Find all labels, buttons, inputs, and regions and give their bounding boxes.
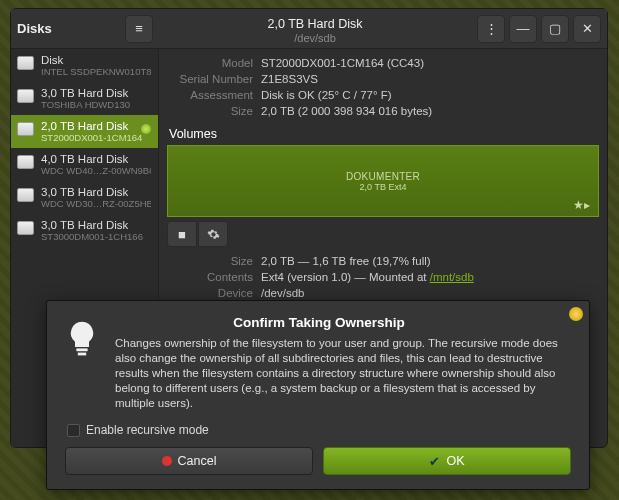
volume-sub: 2,0 TB Ext4 xyxy=(360,182,407,192)
volume-name: DOKUMENTER xyxy=(346,171,420,182)
value-contents: Ext4 (version 1.0) — Mounted at /mnt/sdb xyxy=(261,269,599,285)
titlebar: Disks ≡ 2,0 TB Hard Disk /dev/sdb ⋮ — ▢ … xyxy=(11,9,607,49)
sidebar-item-disk-0[interactable]: DiskINTEL SSDPEKNW010T8 xyxy=(11,49,158,82)
window-title: 2,0 TB Hard Disk xyxy=(159,17,471,31)
svg-rect-1 xyxy=(78,353,86,356)
label-device: Device xyxy=(167,285,253,301)
window-subtitle: /dev/sdb xyxy=(159,31,471,45)
label-drive-size: Size xyxy=(167,103,253,119)
dialog-close-button[interactable] xyxy=(569,307,583,321)
hdd-icon xyxy=(17,89,34,103)
dialog-message: Changes ownership of the filesystem to y… xyxy=(115,336,571,411)
cancel-button[interactable]: Cancel xyxy=(65,447,313,475)
ok-button[interactable]: ✔OK xyxy=(323,447,571,475)
label-model: Model xyxy=(167,55,253,71)
unmount-button[interactable]: ■ xyxy=(167,221,197,247)
app-title: Disks xyxy=(17,21,52,36)
value-serial: Z1E8S3VS xyxy=(261,71,599,87)
close-button[interactable]: ✕ xyxy=(573,15,601,43)
svg-rect-0 xyxy=(76,348,87,351)
value-model: ST2000DX001-1CM164 (CC43) xyxy=(261,55,599,71)
hdd-icon xyxy=(17,155,34,169)
volume-star-icon: ★▸ xyxy=(573,198,590,212)
label-part-size: Size xyxy=(167,253,253,269)
hdd-icon xyxy=(17,188,34,202)
mount-link[interactable]: /mnt/sdb xyxy=(430,271,474,283)
recursive-checkbox-row[interactable]: Enable recursive mode xyxy=(67,423,571,437)
gear-icon xyxy=(207,228,220,241)
ok-check-icon: ✔ xyxy=(429,454,440,469)
sidebar-item-disk-2[interactable]: 2,0 TB Hard DiskST2000DX001-1CM164 xyxy=(11,115,158,148)
volume-block[interactable]: DOKUMENTER 2,0 TB Ext4 ★▸ xyxy=(167,145,599,217)
hdd-icon xyxy=(17,221,34,235)
value-device: /dev/sdb xyxy=(261,285,599,301)
label-serial: Serial Number xyxy=(167,71,253,87)
minimize-button[interactable]: — xyxy=(509,15,537,43)
sidebar-item-disk-5[interactable]: 3,0 TB Hard DiskST3000DM001-1CH166 xyxy=(11,214,158,247)
hdd-icon xyxy=(17,122,34,136)
sidebar-item-disk-1[interactable]: 3,0 TB Hard DiskTOSHIBA HDWD130 xyxy=(11,82,158,115)
hamburger-menu-button[interactable]: ≡ xyxy=(125,15,153,43)
hdd-icon xyxy=(17,56,34,70)
value-assessment: Disk is OK (25° C / 77° F) xyxy=(261,87,599,103)
volume-settings-button[interactable] xyxy=(198,221,228,247)
checkbox-icon xyxy=(67,424,80,437)
cancel-dot-icon xyxy=(162,456,172,466)
recursive-label: Enable recursive mode xyxy=(86,423,209,437)
value-drive-size: 2,0 TB (2 000 398 934 016 bytes) xyxy=(261,103,599,119)
volumes-heading: Volumes xyxy=(169,127,599,141)
label-assessment: Assessment xyxy=(167,87,253,103)
sidebar-item-disk-3[interactable]: 4,0 TB Hard DiskWDC WD40…Z-00WN9B0 xyxy=(11,148,158,181)
sidebar-item-disk-4[interactable]: 3,0 TB Hard DiskWDC WD30…RZ-00Z5HB0 xyxy=(11,181,158,214)
dialog-title: Confirm Taking Ownership xyxy=(67,315,571,330)
maximize-button[interactable]: ▢ xyxy=(541,15,569,43)
drive-menu-button[interactable]: ⋮ xyxy=(477,15,505,43)
confirm-ownership-dialog: Confirm Taking Ownership Changes ownersh… xyxy=(46,300,590,490)
value-part-size: 2,0 TB — 1,6 TB free (19,7% full) xyxy=(261,253,599,269)
label-contents: Contents xyxy=(167,269,253,285)
